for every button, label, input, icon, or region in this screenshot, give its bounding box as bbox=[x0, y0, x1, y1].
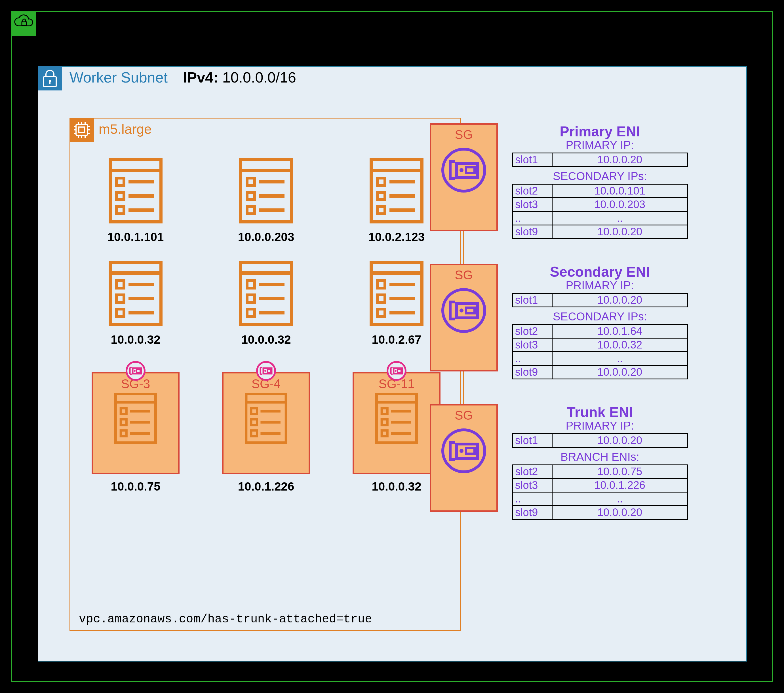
pod-icon bbox=[370, 261, 423, 326]
pod-icon bbox=[109, 261, 163, 326]
pod-ip: 10.0.0.32 bbox=[218, 333, 314, 347]
primary-ip-label: PRIMARY IP: bbox=[506, 420, 693, 432]
connector-line bbox=[463, 372, 464, 404]
slot-cell: slot2 bbox=[512, 184, 552, 198]
pod-grid: 10.0.1.101 10.0.0.203 10.0.2.123 bbox=[87, 158, 445, 510]
eni-icon bbox=[441, 428, 486, 474]
ip-cell: 10.0.0.20 bbox=[552, 506, 688, 520]
security-group-box: SG bbox=[430, 404, 498, 512]
pod-icon bbox=[370, 158, 423, 224]
table-row: .... bbox=[512, 352, 688, 365]
slot-cell: .. bbox=[512, 212, 552, 225]
security-group-box: SG bbox=[430, 123, 498, 231]
subnet-title: Worker Subnet bbox=[69, 69, 168, 86]
table-row: slot110.0.0.20 bbox=[512, 293, 688, 307]
sg-pod: SG-3 10.0.0.75 bbox=[87, 372, 184, 493]
slot-cell: slot2 bbox=[512, 325, 552, 338]
ip-cell: 10.0.0.20 bbox=[552, 434, 688, 448]
table-row: slot910.0.0.20 bbox=[512, 225, 688, 239]
security-group-box: SG-3 bbox=[92, 372, 180, 474]
pod: 10.0.0.32 bbox=[218, 261, 314, 347]
ip-cell: .. bbox=[552, 492, 688, 506]
secondary-ip-label: SECONDARY IPs: bbox=[506, 170, 693, 183]
subnet-icon bbox=[38, 66, 62, 91]
security-group-box: SG-11 bbox=[352, 372, 440, 474]
ec2-instance: m5.large 10.0.1.101 10.0.0.203 10.0.2.12… bbox=[69, 118, 461, 631]
vpc-container: Worker Subnet IPv4: 10.0.0.0/16 m5.large… bbox=[12, 12, 772, 681]
pod-icon bbox=[239, 158, 293, 224]
eni-icon bbox=[441, 288, 486, 333]
table-row: .... bbox=[512, 492, 688, 506]
ipv4-label: IPv4: bbox=[183, 69, 218, 86]
eni-title: Secondary ENI bbox=[506, 264, 693, 280]
secondary-ip-table: slot210.0.0.101 slot310.0.0.203 .... slo… bbox=[512, 184, 688, 239]
branch-eni-icon bbox=[386, 360, 407, 381]
pod: 10.0.1.101 bbox=[87, 158, 184, 244]
ip-cell: 10.0.0.101 bbox=[552, 184, 688, 198]
pod-icon bbox=[114, 393, 157, 444]
primary-ip-table: slot110.0.0.20 bbox=[512, 433, 688, 448]
eni-title: Trunk ENI bbox=[506, 404, 693, 420]
subnet-panel: Worker Subnet IPv4: 10.0.0.0/16 m5.large… bbox=[38, 66, 747, 662]
pod-ip: 10.0.0.75 bbox=[87, 480, 184, 493]
slot-cell: .. bbox=[512, 492, 552, 506]
ip-cell: 10.0.0.32 bbox=[552, 338, 688, 352]
subnet-cidr: IPv4: 10.0.0.0/16 bbox=[183, 69, 296, 86]
ip-cell: 10.0.0.20 bbox=[552, 365, 688, 379]
slot-cell: slot3 bbox=[512, 338, 552, 352]
ip-cell: .. bbox=[552, 352, 688, 365]
vpc-icon bbox=[12, 12, 36, 36]
pod-ip: 10.0.2.123 bbox=[348, 230, 445, 244]
ip-cell: 10.0.0.75 bbox=[552, 465, 688, 479]
eni-details: Primary ENI PRIMARY IP: slot110.0.0.20 S… bbox=[506, 123, 693, 242]
table-row: slot110.0.0.20 bbox=[512, 153, 688, 167]
slot-cell: slot9 bbox=[512, 506, 552, 520]
slot-cell: .. bbox=[512, 352, 552, 365]
pod: 10.0.0.203 bbox=[218, 158, 314, 244]
ip-cell: 10.0.0.20 bbox=[552, 153, 688, 167]
security-group-label: SG bbox=[455, 128, 473, 142]
trunk-annotation: vpc.amazonaws.com/has-trunk-attached=tru… bbox=[79, 612, 372, 626]
branch-eni-icon bbox=[125, 360, 146, 381]
ip-cell: 10.0.1.226 bbox=[552, 479, 688, 492]
pod-ip: 10.0.0.203 bbox=[218, 230, 314, 244]
security-group-box: SG bbox=[430, 264, 498, 372]
ipv4-value: 10.0.0.0/16 bbox=[222, 69, 296, 86]
table-row: slot210.0.1.64 bbox=[512, 325, 688, 338]
ip-cell: 10.0.0.20 bbox=[552, 225, 688, 239]
sg-pod: SG-4 10.0.1.226 bbox=[218, 372, 314, 493]
table-row: slot310.0.0.203 bbox=[512, 198, 688, 212]
ip-cell: .. bbox=[552, 212, 688, 225]
table-row: slot210.0.0.75 bbox=[512, 465, 688, 479]
table-row: slot910.0.0.20 bbox=[512, 506, 688, 520]
primary-ip-table: slot110.0.0.20 bbox=[512, 153, 688, 167]
pod-icon bbox=[109, 158, 163, 224]
slot-cell: slot1 bbox=[512, 153, 552, 167]
ec2-chip-icon bbox=[69, 118, 94, 142]
slot-cell: slot1 bbox=[512, 293, 552, 307]
slot-cell: slot1 bbox=[512, 434, 552, 448]
pod-ip: 10.0.0.32 bbox=[87, 333, 184, 347]
primary-ip-label: PRIMARY IP: bbox=[506, 279, 693, 292]
instance-type: m5.large bbox=[99, 121, 152, 137]
ip-cell: 10.0.1.64 bbox=[552, 325, 688, 338]
pod-ip: 10.0.1.101 bbox=[87, 230, 184, 244]
slot-cell: slot9 bbox=[512, 365, 552, 379]
table-row: slot310.0.1.226 bbox=[512, 479, 688, 492]
secondary-ip-label: SECONDARY IPs: bbox=[506, 310, 693, 323]
security-group-label: SG bbox=[455, 408, 473, 423]
slot-cell: slot3 bbox=[512, 479, 552, 492]
secondary-ip-table: slot210.0.1.64 slot310.0.0.32 .... slot9… bbox=[512, 324, 688, 379]
primary-ip-table: slot110.0.0.20 bbox=[512, 293, 688, 307]
eni-details: Secondary ENI PRIMARY IP: slot110.0.0.20… bbox=[506, 264, 693, 382]
primary-ip-label: PRIMARY IP: bbox=[506, 139, 693, 151]
slot-cell: slot2 bbox=[512, 465, 552, 479]
pod-icon bbox=[375, 393, 418, 444]
table-row: .... bbox=[512, 212, 688, 225]
table-row: slot310.0.0.32 bbox=[512, 338, 688, 352]
pod-ip: 10.0.1.226 bbox=[218, 480, 314, 493]
branch-eni-table: slot210.0.0.75 slot310.0.1.226 .... slot… bbox=[512, 464, 688, 520]
pod-icon bbox=[239, 261, 293, 326]
security-group-label: SG bbox=[455, 268, 473, 282]
security-group-box: SG-4 bbox=[222, 372, 310, 474]
